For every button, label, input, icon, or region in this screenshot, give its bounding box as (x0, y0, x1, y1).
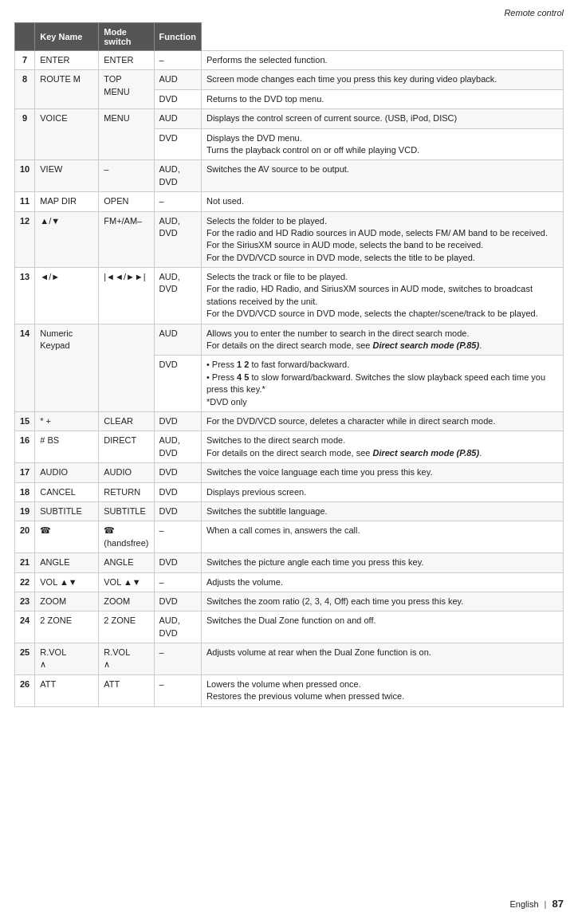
col-header-num (15, 23, 35, 51)
cell-modeswitch: – (154, 643, 201, 675)
cell-num: 24 (15, 611, 35, 643)
cell-mode: ZOOM (99, 592, 154, 611)
table-row: 11MAP DIROPEN–Not used. (15, 192, 564, 211)
cell-mode: 2 ZONE (99, 611, 154, 643)
cell-num: 22 (15, 572, 35, 592)
cell-keyname: ANGLE (35, 553, 99, 572)
cell-function: Switches to the direct search mode.For d… (201, 431, 563, 463)
cell-function: For the DVD/VCD source, deletes a charac… (201, 411, 563, 431)
cell-keyname: ☎ (35, 521, 99, 553)
table-row: 25R.VOL∧R.VOL∧–Adjusts volume at rear wh… (15, 643, 564, 675)
cell-keyname: # BS (35, 431, 99, 463)
cell-num: 17 (15, 463, 35, 482)
cell-keyname: * + (35, 411, 99, 431)
table-row: 19SUBTITLESUBTITLEDVDSwitches the subtit… (15, 501, 564, 521)
cell-mode: AUDIO (99, 463, 154, 482)
cell-modeswitch: AUD, DVD (154, 211, 201, 268)
cell-mode (99, 324, 154, 411)
table-row: 22VOL ▲▼VOL ▲▼–Adjusts the volume. (15, 572, 564, 592)
cell-keyname: SUBTITLE (35, 501, 99, 521)
cell-num: 21 (15, 553, 35, 572)
cell-mode: ATT (99, 674, 154, 706)
cell-modeswitch: AUD (154, 109, 201, 128)
cell-modeswitch: – (154, 521, 201, 553)
col-header-mode: Mode switch (99, 23, 154, 51)
cell-mode: DIRECT (99, 431, 154, 463)
table-row: 12▲/▼FM+/AM–AUD, DVDSelects the folder t… (15, 211, 564, 268)
cell-keyname: R.VOL∧ (35, 643, 99, 675)
cell-mode: R.VOL∧ (99, 643, 154, 675)
cell-function: Switches the picture angle each time you… (201, 553, 563, 572)
cell-keyname: VOICE (35, 109, 99, 160)
table-row: 17AUDIOAUDIODVDSwitches the voice langua… (15, 463, 564, 482)
cell-mode: TOP MENU (99, 70, 154, 109)
col-header-function: Function (154, 23, 201, 51)
cell-modeswitch: DVD (154, 501, 201, 521)
footer-page: 87 (552, 898, 564, 910)
cell-mode: – (99, 160, 154, 192)
cell-modeswitch: AUD, DVD (154, 268, 201, 324)
page-header: Remote control (0, 0, 578, 22)
cell-num: 26 (15, 674, 35, 706)
cell-modeswitch: AUD, DVD (154, 611, 201, 643)
col-header-keyname: Key Name (35, 23, 99, 51)
cell-keyname: ZOOM (35, 592, 99, 611)
cell-function: • Press 1 2 to fast forward/backward.• P… (201, 356, 563, 412)
cell-mode: OPEN (99, 192, 154, 211)
table-row: 7ENTERENTER–Performs the selected functi… (15, 51, 564, 70)
cell-function: Switches the zoom ratio (2, 3, 4, Off) e… (201, 592, 563, 611)
footer-separator: | (545, 899, 547, 909)
page-title: Remote control (504, 8, 564, 18)
table-row: 20☎☎ (handsfree)–When a call comes in, a… (15, 521, 564, 553)
page-footer: English | 87 (509, 898, 564, 910)
cell-modeswitch: DVD (154, 592, 201, 611)
cell-function: Selects the folder to be played.For the … (201, 211, 563, 268)
cell-function: Lowers the volume when pressed once.Rest… (201, 674, 563, 706)
table-row: 13◄/►|◄◄/►►|AUD, DVDSelects the track or… (15, 268, 564, 324)
cell-num: 19 (15, 501, 35, 521)
cell-num: 18 (15, 482, 35, 501)
cell-function: Screen mode changes each time you press … (201, 70, 563, 89)
cell-num: 11 (15, 192, 35, 211)
cell-modeswitch: DVD (154, 482, 201, 501)
cell-function: When a call comes in, answers the call. (201, 521, 563, 553)
table-row: 18CANCELRETURNDVDDisplays previous scree… (15, 482, 564, 501)
cell-keyname: ENTER (35, 51, 99, 70)
table-row: 9VOICEMENUAUDDisplays the control screen… (15, 109, 564, 128)
cell-num: 25 (15, 643, 35, 675)
cell-mode: MENU (99, 109, 154, 160)
cell-function: Performs the selected function. (201, 51, 563, 70)
cell-modeswitch: – (154, 674, 201, 706)
cell-num: 14 (15, 324, 35, 411)
cell-keyname: VIEW (35, 160, 99, 192)
cell-mode: RETURN (99, 482, 154, 501)
cell-num: 10 (15, 160, 35, 192)
cell-function: Switches the AV source to be output. (201, 160, 563, 192)
table-row: 26ATTATT–Lowers the volume when pressed … (15, 674, 564, 706)
cell-mode: ENTER (99, 51, 154, 70)
table-row: 8ROUTE MTOP MENUAUDScreen mode changes e… (15, 70, 564, 89)
cell-num: 20 (15, 521, 35, 553)
cell-num: 16 (15, 431, 35, 463)
cell-mode: ANGLE (99, 553, 154, 572)
cell-modeswitch: AUD (154, 70, 201, 89)
cell-modeswitch: DVD (154, 356, 201, 412)
cell-mode: ☎ (handsfree) (99, 521, 154, 553)
cell-function: Selects the track or file to be played.F… (201, 268, 563, 324)
cell-function: Displays previous screen. (201, 482, 563, 501)
cell-mode: VOL ▲▼ (99, 572, 154, 592)
cell-modeswitch: AUD, DVD (154, 431, 201, 463)
main-table: Key Name Mode switch Function 7ENTERENTE… (14, 22, 564, 707)
cell-modeswitch: AUD, DVD (154, 160, 201, 192)
cell-num: 8 (15, 70, 35, 109)
table-row: 15* +CLEARDVDFor the DVD/VCD source, del… (15, 411, 564, 431)
cell-num: 13 (15, 268, 35, 324)
table-row: 242 ZONE2 ZONEAUD, DVDSwitches the Dual … (15, 611, 564, 643)
cell-function: Adjusts the volume. (201, 572, 563, 592)
cell-keyname: VOL ▲▼ (35, 572, 99, 592)
cell-modeswitch: AUD (154, 324, 201, 356)
cell-modeswitch: DVD (154, 89, 201, 108)
cell-num: 15 (15, 411, 35, 431)
cell-modeswitch: – (154, 572, 201, 592)
table-row: 21ANGLEANGLEDVDSwitches the picture angl… (15, 553, 564, 572)
